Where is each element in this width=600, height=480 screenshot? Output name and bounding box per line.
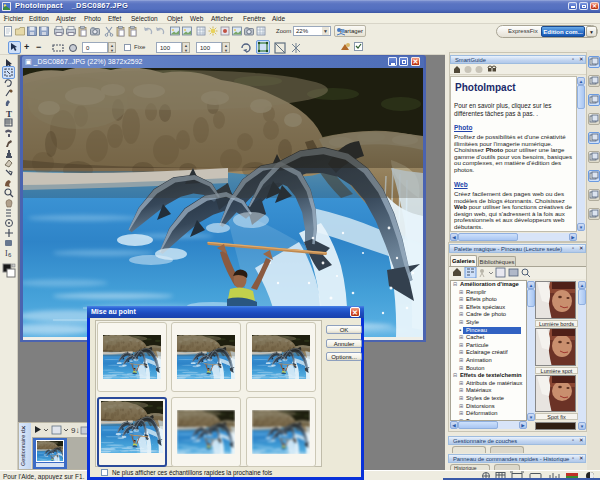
svg-text:9↓: 9↓ — [71, 426, 79, 435]
svg-text:6: 6 — [8, 252, 12, 258]
